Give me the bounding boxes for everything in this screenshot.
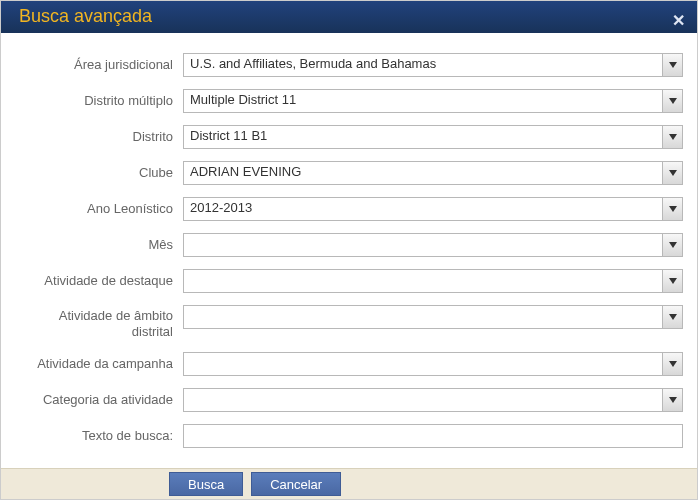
label-area: Área jurisdicional (15, 57, 183, 73)
field-row-dwa: Atividade de âmbito distrital (15, 305, 683, 341)
dialog-title: Busca avançada (19, 6, 152, 27)
field-row-fy: Ano Leonístico 2012-2013 (15, 197, 683, 221)
select-campaign[interactable] (183, 352, 683, 376)
field-row-campaign: Atividade da campanha (15, 352, 683, 376)
label-dwa: Atividade de âmbito distrital (15, 305, 183, 341)
field-row-month: Mês (15, 233, 683, 257)
label-district: Distrito (15, 129, 183, 145)
label-category: Categoria da atividade (15, 392, 183, 408)
label-md: Distrito múltiplo (15, 93, 183, 109)
advanced-search-dialog: Busca avançada ✕ Área jurisdicional U.S.… (0, 0, 698, 500)
field-row-search-text: Texto de busca: (15, 424, 683, 448)
label-signature: Atividade de destaque (15, 273, 183, 289)
select-signature[interactable] (183, 269, 683, 293)
select-district[interactable]: District 11 B1 (183, 125, 683, 149)
select-month[interactable] (183, 233, 683, 257)
field-row-md: Distrito múltiplo Multiple District 11 (15, 89, 683, 113)
select-club[interactable]: ADRIAN EVENING (183, 161, 683, 185)
label-club: Clube (15, 165, 183, 181)
field-row-club: Clube ADRIAN EVENING (15, 161, 683, 185)
field-row-signature: Atividade de destaque (15, 269, 683, 293)
search-text-input[interactable] (183, 424, 683, 448)
field-row-district: Distrito District 11 B1 (15, 125, 683, 149)
cancel-button[interactable]: Cancelar (251, 472, 341, 496)
label-search-text: Texto de busca: (15, 428, 183, 444)
select-dwa[interactable] (183, 305, 683, 329)
label-fy: Ano Leonístico (15, 201, 183, 217)
label-campaign: Atividade da campanha (15, 356, 183, 372)
select-area[interactable]: U.S. and Affiliates, Bermuda and Bahamas (183, 53, 683, 77)
field-row-area: Área jurisdicional U.S. and Affiliates, … (15, 53, 683, 77)
dialog-titlebar: Busca avançada ✕ (1, 1, 697, 33)
close-icon[interactable]: ✕ (672, 13, 685, 29)
dialog-footer: Busca Cancelar (1, 468, 697, 499)
dialog-body: Área jurisdicional U.S. and Affiliates, … (1, 33, 697, 469)
select-fy[interactable]: 2012-2013 (183, 197, 683, 221)
search-button[interactable]: Busca (169, 472, 243, 496)
select-md[interactable]: Multiple District 11 (183, 89, 683, 113)
select-category[interactable] (183, 388, 683, 412)
label-month: Mês (15, 237, 183, 253)
field-row-category: Categoria da atividade (15, 388, 683, 412)
